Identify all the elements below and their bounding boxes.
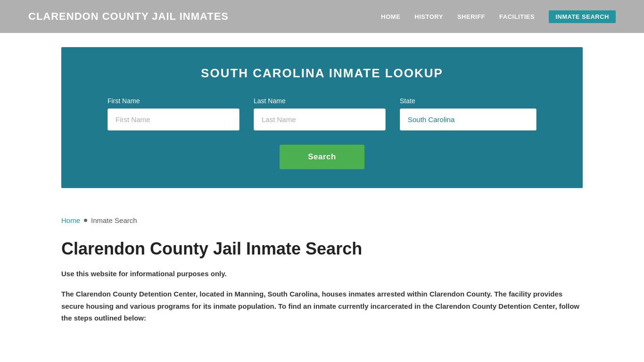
main-content: Clarendon County Jail Inmate Search Use … bbox=[0, 229, 644, 343]
breadcrumb-separator-icon bbox=[84, 219, 87, 222]
nav-history[interactable]: HISTORY bbox=[414, 13, 443, 20]
site-title: CLARENDON COUNTY JAIL INMATES bbox=[28, 10, 229, 23]
first-name-group: First Name bbox=[107, 97, 239, 131]
site-header: CLARENDON COUNTY JAIL INMATES HOME HISTO… bbox=[0, 0, 644, 33]
info-line1: Use this website for informational purpo… bbox=[61, 268, 583, 280]
breadcrumb: Home Inmate Search bbox=[0, 202, 644, 229]
info-paragraph: The Clarendon County Detention Center, l… bbox=[61, 288, 583, 324]
first-name-input[interactable] bbox=[107, 108, 239, 131]
form-fields-row: First Name Last Name State bbox=[85, 97, 559, 131]
nav-facilities[interactable]: FACILITIES bbox=[499, 13, 535, 20]
state-label: State bbox=[400, 97, 537, 105]
breadcrumb-home-link[interactable]: Home bbox=[61, 216, 80, 224]
page-heading: Clarendon County Jail Inmate Search bbox=[61, 239, 583, 259]
nav-home[interactable]: HOME bbox=[381, 13, 400, 20]
state-input[interactable] bbox=[400, 108, 537, 131]
first-name-label: First Name bbox=[107, 97, 239, 105]
hero-title: SOUTH CAROLINA INMATE LOOKUP bbox=[85, 66, 559, 81]
hero-search-section: SOUTH CAROLINA INMATE LOOKUP First Name … bbox=[61, 47, 583, 188]
nav-inmate-search[interactable]: INMATE SEARCH bbox=[549, 10, 616, 23]
last-name-group: Last Name bbox=[254, 97, 386, 131]
last-name-input[interactable] bbox=[254, 108, 386, 131]
nav-sheriff[interactable]: SHERIFF bbox=[457, 13, 485, 20]
last-name-label: Last Name bbox=[254, 97, 386, 105]
breadcrumb-current-page: Inmate Search bbox=[91, 216, 137, 224]
search-button[interactable]: Search bbox=[280, 145, 364, 169]
state-group: State bbox=[400, 97, 537, 131]
main-nav: HOME HISTORY SHERIFF FACILITIES INMATE S… bbox=[381, 10, 616, 23]
inmate-search-form: First Name Last Name State Search bbox=[85, 97, 559, 169]
